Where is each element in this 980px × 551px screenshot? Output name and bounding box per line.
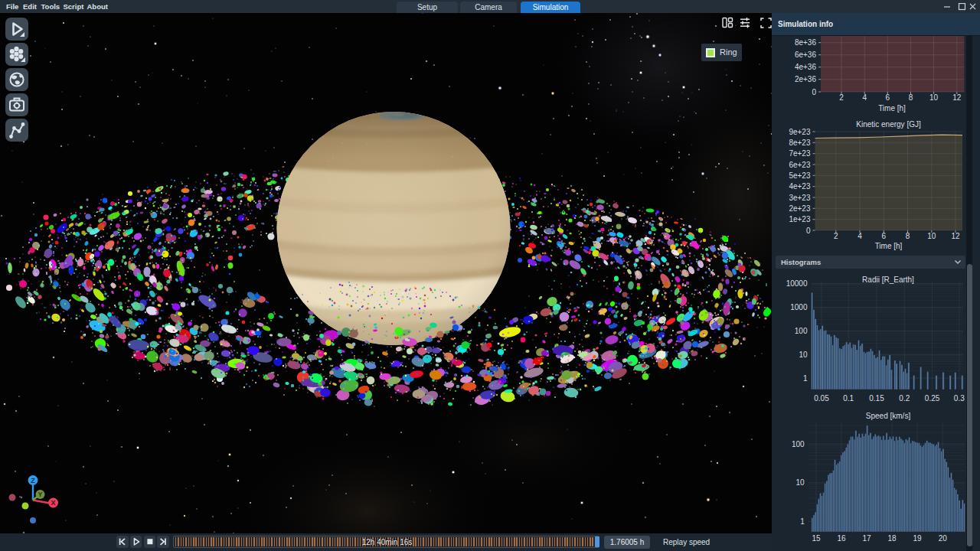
svg-text:2e+36: 2e+36 [795,75,817,83]
svg-text:100: 100 [792,440,805,448]
svg-text:6: 6 [882,232,887,240]
svg-text:17: 17 [862,534,871,543]
svg-text:10000: 10000 [786,279,808,288]
svg-text:Speed [km/s]: Speed [km/s] [866,412,911,420]
svg-text:0.15: 0.15 [869,394,884,403]
svg-text:15: 15 [812,534,821,543]
svg-text:4: 4 [862,93,867,102]
svg-text:4e+36: 4e+36 [795,63,817,71]
svg-text:0.25: 0.25 [925,394,940,403]
svg-text:18: 18 [888,534,897,543]
svg-text:8: 8 [909,93,913,102]
svg-text:Time [h]: Time [h] [875,242,903,250]
svg-text:0.3: 0.3 [954,394,965,403]
svg-text:10: 10 [929,93,939,102]
svg-text:1e+23: 1e+23 [789,215,811,223]
svg-text:10: 10 [799,350,808,359]
svg-text:Kinetic energy [GJ]: Kinetic energy [GJ] [856,120,921,129]
svg-text:Radii [R_Earth]: Radii [R_Earth] [862,276,914,284]
svg-text:2: 2 [839,93,844,102]
svg-text:6e+36: 6e+36 [795,51,817,59]
svg-text:6e+23: 6e+23 [789,161,811,169]
svg-text:0.1: 0.1 [843,394,854,403]
svg-text:4e+23: 4e+23 [789,182,811,191]
svg-text:10: 10 [927,232,936,240]
svg-text:0: 0 [806,227,811,235]
svg-text:0.2: 0.2 [899,394,910,403]
svg-text:8e+23: 8e+23 [789,139,811,147]
svg-text:1: 1 [803,374,808,383]
svg-text:Y: Y [38,491,42,498]
svg-text:X: X [51,499,55,507]
svg-text:2: 2 [834,232,838,240]
svg-text:7e+23: 7e+23 [789,149,811,158]
svg-text:19: 19 [913,534,923,543]
svg-text:9e+23: 9e+23 [789,128,811,136]
svg-text:100: 100 [795,327,808,335]
svg-text:10: 10 [796,478,805,487]
svg-text:6: 6 [886,93,890,102]
svg-text:12: 12 [951,232,960,240]
svg-text:2e+23: 2e+23 [789,204,811,213]
svg-text:8e+36: 8e+36 [795,38,817,47]
svg-text:Z: Z [31,477,35,484]
svg-text:1000: 1000 [790,303,808,311]
svg-text:12: 12 [952,93,962,102]
svg-text:1: 1 [800,517,805,526]
svg-text:Time [h]: Time [h] [878,104,906,112]
svg-text:5e+23: 5e+23 [789,171,811,180]
svg-text:8: 8 [906,232,910,240]
svg-text:3e+23: 3e+23 [789,194,811,202]
svg-text:0.05: 0.05 [814,394,829,403]
svg-text:4: 4 [858,232,862,240]
svg-text:20: 20 [939,534,948,543]
svg-text:16: 16 [837,534,846,543]
svg-text:0: 0 [812,88,816,96]
